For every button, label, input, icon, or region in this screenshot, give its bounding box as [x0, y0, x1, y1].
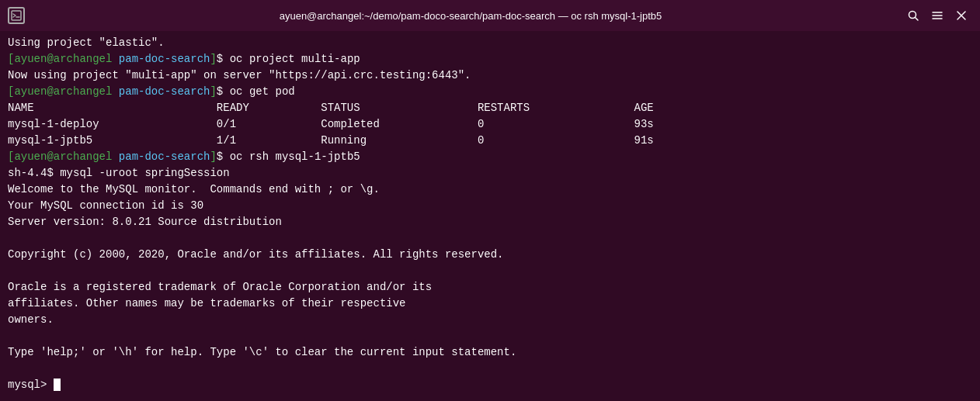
terminal-empty-line: [8, 263, 972, 279]
table-data-row: mysql-1-jptb5 1/1 Running 0 91s: [8, 133, 972, 149]
close-button[interactable]: [950, 3, 972, 28]
terminal-icon: [8, 7, 25, 24]
terminal-prompt-line: [ayuen@archangel pam-doc-search]$ oc rsh…: [8, 149, 972, 165]
terminal-text-line: Using project "elastic".: [8, 35, 972, 51]
table-header-row: NAME READY STATUS RESTARTS AGE: [8, 100, 972, 116]
terminal-text-line: Now using project "multi-app" on server …: [8, 67, 972, 84]
terminal-text-line: Your MySQL connection id is 30: [8, 198, 972, 214]
prompt-user-host: [ayuen@archangel: [8, 53, 112, 65]
mysql-prompt-line: mysql>: [8, 377, 972, 393]
terminal-empty-line: [8, 230, 972, 247]
prompt-user-host: [ayuen@archangel: [8, 85, 112, 98]
terminal-text-line: Type 'help;' or '\h' for help. Type '\c'…: [8, 344, 972, 361]
title-bar-left: [8, 7, 39, 24]
prompt-path: pam-doc-search: [112, 85, 210, 98]
terminal-prompt-line: [ayuen@archangel pam-doc-search]$ oc pro…: [8, 51, 972, 67]
mysql-prompt-text: mysql>: [8, 379, 54, 391]
prompt-path: pam-doc-search: [112, 150, 210, 163]
prompt-bracket: ]: [210, 85, 216, 98]
search-button[interactable]: [902, 3, 925, 28]
prompt-bracket: ]: [210, 150, 216, 163]
terminal-text-line: Welcome to the MySQL monitor. Commands e…: [8, 181, 972, 198]
terminal-text-line: Copyright (c) 2000, 2020, Oracle and/or …: [8, 247, 972, 263]
terminal-body[interactable]: multi-app mypam pam-doc Using project "e…: [0, 31, 980, 401]
prompt-dollar: $: [217, 85, 230, 98]
table-data-row: mysql-1-deploy 0/1 Completed 0 93s: [8, 116, 972, 133]
svg-line-3: [916, 18, 919, 21]
terminal-text-line: Oracle is a registered trademark of Orac…: [8, 279, 972, 296]
terminal-empty-line: [8, 328, 972, 344]
window-controls: [902, 3, 972, 28]
menu-button[interactable]: [926, 3, 949, 28]
prompt-command: oc rsh mysql-1-jptb5: [230, 150, 360, 163]
title-bar: ayuen@archangel:~/demo/pam-doco-search/p…: [0, 0, 980, 31]
terminal-prompt-line: [ayuen@archangel pam-doc-search]$ oc get…: [8, 84, 972, 100]
terminal-empty-line: [8, 361, 972, 377]
prompt-command: oc project multi-app: [230, 53, 360, 65]
terminal-text-line: Server version: 8.0.21 Source distributi…: [8, 214, 972, 230]
terminal-window: ayuen@archangel:~/demo/pam-doco-search/p…: [0, 0, 980, 401]
terminal-text-line: owners.: [8, 312, 972, 328]
cursor-block: [54, 379, 61, 391]
prompt-path: pam-doc-search: [112, 53, 210, 65]
terminal-text-line: affiliates. Other names may be trademark…: [8, 296, 972, 312]
prompt-dollar: $: [217, 150, 230, 163]
terminal-text-line: sh-4.4$ mysql -uroot springSession: [8, 165, 972, 181]
prompt-command: oc get pod: [230, 85, 295, 98]
prompt-dollar: $: [217, 53, 230, 65]
window-title: ayuen@archangel:~/demo/pam-doco-search/p…: [39, 10, 902, 22]
prompt-bracket: ]: [210, 53, 216, 65]
prompt-user-host: [ayuen@archangel: [8, 150, 112, 163]
svg-rect-0: [12, 11, 21, 20]
